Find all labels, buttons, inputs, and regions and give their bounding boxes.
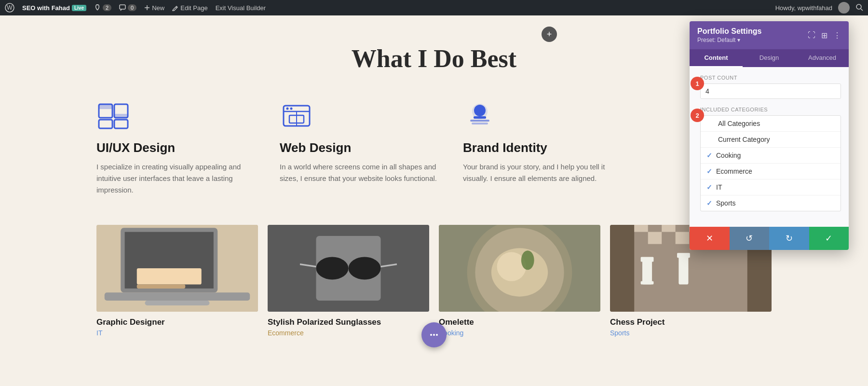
portfolio-title-0: Graphic Designer	[96, 317, 258, 327]
uiux-icon	[96, 102, 130, 131]
portfolio-cat-2: Cooking	[439, 329, 600, 337]
portfolio-title-1: Stylish Polarized Sunglasses	[268, 317, 429, 327]
portfolio-grid: Graphic Designer IT Stylish Polarized Su…	[96, 225, 772, 337]
portfolio-img-0	[96, 225, 258, 312]
svg-point-15	[286, 108, 289, 110]
svg-point-61	[436, 334, 438, 336]
svg-rect-10	[114, 114, 128, 118]
svg-point-59	[433, 334, 435, 336]
svg-rect-46	[634, 225, 648, 232]
tab-advanced[interactable]: Advanced	[796, 49, 849, 67]
category-all[interactable]: All Categories	[701, 116, 841, 132]
columns-icon[interactable]: ⊞	[821, 31, 827, 40]
svg-rect-47	[662, 225, 675, 232]
redo-button[interactable]: ↻	[769, 227, 809, 250]
add-module-button[interactable]: +	[542, 27, 557, 42]
post-count-label: Post Count	[700, 75, 841, 81]
post-count-group: 1 Post Count	[697, 75, 841, 99]
comments-item[interactable]: 0	[119, 4, 136, 11]
portfolio-title-3: Chess Project	[610, 317, 772, 327]
settings-panel: Portfolio Settings Preset: Default ▾ ⛶ ⊞…	[690, 21, 849, 250]
categories-dropdown: All Categories Current Category ✓ Cookin…	[700, 115, 841, 211]
svg-rect-30	[137, 285, 186, 289]
save-button[interactable]: ✓	[809, 227, 849, 250]
svg-rect-22	[470, 120, 489, 122]
service-item-brand: Brand Identity Your brand is your story,…	[463, 102, 627, 196]
services-grid: UI/UX Design I specialize in creating vi…	[96, 102, 772, 196]
service-item-uiux: UI/UX Design I specialize in creating vi…	[96, 102, 260, 196]
service-item-web: Web Design In a world where screens come…	[280, 102, 444, 196]
svg-rect-12	[114, 120, 128, 128]
new-item[interactable]: New	[144, 4, 164, 12]
admin-bar: W SEO with Fahad Live 2 0 New Edit Page …	[0, 0, 868, 15]
floating-action-button[interactable]	[421, 322, 447, 347]
step-badge-2: 2	[691, 109, 704, 122]
web-icon	[280, 102, 313, 131]
portfolio-item-2: Omelette Cooking	[439, 225, 600, 337]
check-it: ✓	[706, 183, 712, 191]
admin-bar-right: Howdy, wpwithfahad	[775, 2, 863, 14]
cancel-button[interactable]: ✕	[690, 227, 730, 250]
panel-body: 1 Post Count 2 Included Categories All C…	[690, 67, 849, 227]
svg-line-6	[861, 9, 863, 11]
action-bar: ✕ ↺ ↻ ✓	[690, 227, 849, 250]
svg-rect-21	[474, 116, 486, 119]
portfolio-title-2: Omelette	[439, 317, 600, 327]
avatar	[838, 2, 850, 14]
category-current[interactable]: Current Category	[701, 132, 841, 148]
panel-preset[interactable]: Preset: Default ▾	[697, 37, 808, 43]
category-sports[interactable]: ✓ Sports	[701, 195, 841, 211]
check-sports: ✓	[706, 199, 712, 207]
svg-point-60	[430, 334, 432, 336]
revisions-item[interactable]: 2	[94, 4, 111, 11]
panel-tabs: Content Design Advanced	[690, 49, 849, 67]
brand-icon	[463, 102, 497, 131]
page-title: What I Do Best	[96, 44, 772, 73]
svg-rect-28	[145, 301, 210, 305]
service-title-uiux: UI/UX Design	[96, 140, 260, 155]
exit-builder-item[interactable]: Exit Visual Builder	[216, 4, 266, 12]
tab-design[interactable]: Design	[743, 49, 796, 67]
included-categories-label: Included Categories	[700, 107, 841, 112]
panel-title: Portfolio Settings	[697, 27, 808, 36]
svg-point-33	[316, 257, 349, 280]
service-title-web: Web Design	[280, 140, 444, 155]
svg-rect-23	[472, 123, 488, 124]
svg-rect-2	[120, 5, 125, 9]
more-options-icon[interactable]: ⋮	[833, 31, 841, 40]
portfolio-cat-0: IT	[96, 329, 258, 337]
portfolio-item-0: Graphic Designer IT	[96, 225, 258, 337]
svg-rect-58	[677, 253, 690, 258]
portfolio-cat-1: Ecommerce	[268, 329, 429, 337]
service-desc-uiux: I specialize in creating visually appeal…	[96, 161, 260, 196]
svg-point-43	[521, 250, 534, 270]
svg-rect-27	[105, 292, 250, 301]
check-cooking: ✓	[706, 152, 712, 159]
edit-page-item[interactable]: Edit Page	[172, 4, 207, 12]
svg-point-5	[856, 4, 861, 9]
svg-rect-57	[678, 256, 688, 285]
category-ecommerce[interactable]: ✓ Ecommerce	[701, 164, 841, 179]
portfolio-item-1: Stylish Polarized Sunglasses Ecommerce	[268, 225, 429, 337]
post-count-input[interactable]	[700, 83, 841, 99]
undo-button[interactable]: ↺	[730, 227, 770, 250]
svg-point-20	[474, 105, 486, 116]
included-categories-group: 2 Included Categories All Categories Cur…	[697, 107, 841, 211]
svg-text:W: W	[7, 4, 13, 11]
wordpress-logo[interactable]: W	[5, 3, 14, 13]
panel-header: Portfolio Settings Preset: Default ▾ ⛶ ⊞…	[690, 21, 849, 49]
svg-rect-11	[99, 120, 112, 128]
category-cooking[interactable]: ✓ Cooking	[701, 148, 841, 164]
svg-rect-54	[642, 260, 652, 284]
svg-rect-56	[641, 281, 654, 285]
svg-rect-55	[641, 257, 654, 262]
tab-content[interactable]: Content	[690, 49, 743, 67]
site-name[interactable]: SEO with Fahad Live	[22, 4, 86, 12]
svg-point-42	[497, 252, 526, 281]
portfolio-img-2	[439, 225, 600, 312]
category-it[interactable]: ✓ IT	[701, 179, 841, 195]
check-ecommerce: ✓	[706, 167, 712, 175]
service-desc-brand: Your brand is your story, and I help you…	[463, 161, 627, 184]
search-icon[interactable]	[855, 3, 863, 13]
fullscreen-icon[interactable]: ⛶	[808, 31, 815, 40]
